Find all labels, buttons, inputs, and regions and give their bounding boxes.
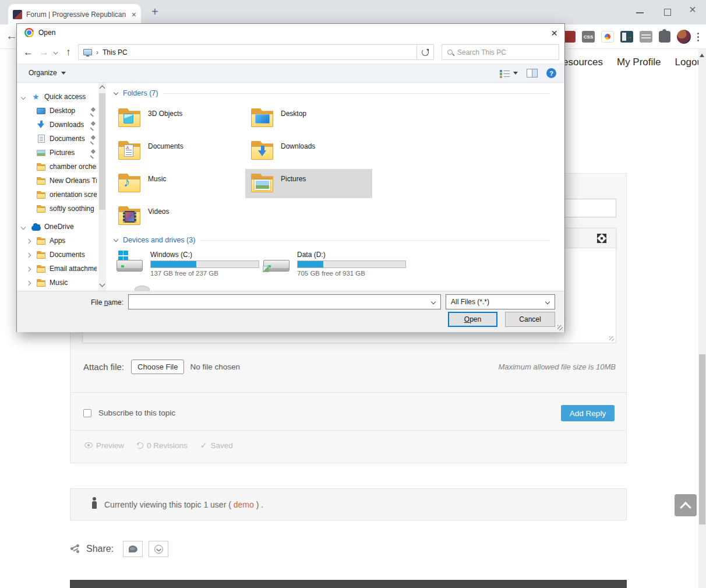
scrollbar-up-icon[interactable]: [100, 86, 105, 91]
dialog-up-icon[interactable]: ↑: [66, 47, 71, 58]
search-input[interactable]: [457, 48, 545, 57]
organize-button[interactable]: Organize: [29, 69, 66, 77]
sidebar-item-chamber-orchestra[interactable]: chamber orches: [17, 160, 98, 174]
sidebar-scrollbar-thumb[interactable]: [99, 93, 105, 210]
dialog-back-icon[interactable]: ←: [23, 47, 33, 58]
views-button[interactable]: [500, 69, 518, 78]
window-minimize-icon[interactable]: [636, 12, 644, 13]
share-whatsapp-button[interactable]: [149, 541, 168, 557]
window-close-icon[interactable]: ×: [689, 3, 696, 16]
open-button[interactable]: Open: [448, 312, 497, 327]
sidebar-item-new-orleans-trip[interactable]: New Orleans Trip: [17, 174, 98, 188]
cancel-button[interactable]: Cancel: [505, 312, 555, 327]
page-scrollbar-thumb[interactable]: [699, 354, 705, 524]
sidebar-item-documents[interactable]: Documents: [17, 132, 98, 146]
recent-locations-chevron-icon[interactable]: [54, 50, 58, 55]
sidebar-item-downloads[interactable]: Downloads: [17, 118, 98, 132]
file-name-combo[interactable]: [128, 294, 441, 309]
drive-tile-data-d[interactable]: Data (D:) 705 GB free of 931 GB: [263, 251, 397, 277]
nav-resources-link[interactable]: esources: [563, 57, 603, 68]
sidebar-item-orientation-screen[interactable]: orientation scree: [17, 188, 98, 202]
dialog-resize-grip[interactable]: [557, 325, 563, 330]
sidebar-item-pictures[interactable]: Pictures: [17, 146, 98, 160]
drive-tile-windows-c[interactable]: Windows (C:) 137 GB free of 237 GB: [116, 251, 250, 277]
preview-button[interactable]: Preview: [84, 441, 124, 450]
folder-tile-documents[interactable]: Documents: [112, 136, 239, 166]
extension-door-icon[interactable]: [620, 31, 633, 43]
monitor-icon: [37, 108, 45, 114]
sidebar-item-onedrive[interactable]: OneDrive: [17, 220, 98, 234]
preview-pane-icon[interactable]: [527, 69, 538, 78]
chevron-down-icon[interactable]: [21, 95, 26, 100]
chevron-right-icon[interactable]: [26, 253, 31, 258]
picture-icon: [37, 150, 45, 156]
new-tab-button[interactable]: +: [151, 5, 158, 19]
chevron-down-icon[interactable]: [21, 225, 26, 230]
share-row: Share:: [70, 541, 168, 557]
file-name-input[interactable]: [129, 295, 432, 309]
add-reply-button[interactable]: Add Reply: [561, 405, 615, 421]
drive-usage-bar: [150, 260, 259, 268]
breadcrumb-bar[interactable]: › This PC: [78, 44, 426, 60]
dialog-toolbar: Organize ?: [17, 64, 564, 83]
chevron-right-icon[interactable]: [26, 267, 31, 272]
dialog-close-icon[interactable]: ×: [551, 27, 557, 40]
extensions-puzzle-icon[interactable]: [659, 31, 670, 43]
browser-tab[interactable]: Forum | Progressive Republican F ×: [8, 4, 141, 24]
editor-fullscreen-icon[interactable]: [597, 234, 606, 243]
chevron-right-icon[interactable]: [26, 281, 31, 286]
sidebar-item-softly-soothing[interactable]: softly soothing: [17, 202, 98, 216]
folder-tile-desktop[interactable]: Desktop: [245, 104, 372, 133]
extension-lighthouse-icon[interactable]: [601, 31, 614, 43]
viewing-user-link[interactable]: demo: [234, 500, 254, 509]
window-maximize-icon[interactable]: [664, 9, 671, 16]
extension-ruler-icon[interactable]: [640, 31, 652, 43]
sidebar-item-quick-access[interactable]: ★ Quick access: [17, 90, 98, 104]
help-icon[interactable]: ?: [546, 68, 556, 78]
folder-tile-3d-objects[interactable]: 3D Objects: [112, 104, 239, 133]
search-box[interactable]: [442, 44, 559, 60]
folder-tile-downloads[interactable]: Downloads: [245, 136, 372, 166]
document-glyph: [124, 145, 133, 157]
refresh-button[interactable]: [416, 44, 434, 60]
pin-icon: [90, 107, 97, 114]
search-icon: [447, 50, 453, 55]
dialog-forward-icon[interactable]: →: [39, 47, 49, 58]
download-arrow-glyph: [258, 146, 267, 157]
combo-dropdown-icon[interactable]: [431, 300, 436, 304]
browser-menu-icon[interactable]: [697, 33, 699, 34]
tab-close-icon[interactable]: ×: [132, 10, 136, 19]
editor-resize-grip[interactable]: [609, 336, 614, 341]
sidebar-item-music-onedrive[interactable]: Music: [17, 276, 98, 290]
scrollbar-down-icon[interactable]: [100, 281, 105, 287]
sidebar-item-documents-onedrive[interactable]: Documents: [17, 248, 98, 262]
breadcrumb-separator: ›: [96, 48, 98, 57]
devices-group-header[interactable]: Devices and drives (3): [114, 236, 549, 244]
folder-tile-pictures[interactable]: Pictures: [245, 169, 372, 198]
sidebar-item-apps[interactable]: Apps: [17, 234, 98, 248]
dialog-titlebar[interactable]: Open ×: [17, 24, 564, 41]
film-glyph: [123, 211, 136, 223]
folders-group-header[interactable]: Folders (7): [114, 89, 549, 97]
profile-avatar[interactable]: [677, 30, 691, 44]
folder-icon: [37, 237, 45, 245]
drive-tile-partial[interactable]: [135, 286, 150, 291]
share-twitter-button[interactable]: [123, 541, 143, 557]
subscribe-checkbox[interactable]: [83, 409, 91, 417]
scroll-to-top-button[interactable]: [675, 494, 697, 516]
sidebar-item-email-attachments[interactable]: Email attachmen: [17, 262, 98, 276]
browser-back-icon[interactable]: ←: [6, 29, 17, 43]
sidebar-scrollbar-track[interactable]: [98, 83, 106, 291]
revisions-button[interactable]: 0 Revisions: [137, 441, 188, 450]
folder-tile-videos[interactable]: Videos: [112, 202, 239, 231]
page-scrollbar-up-icon[interactable]: [700, 54, 704, 57]
chevron-right-icon[interactable]: [26, 239, 31, 244]
file-type-select[interactable]: All Files (*.*): [446, 294, 555, 309]
choose-file-button[interactable]: Choose File: [131, 360, 184, 374]
attach-file-label: Attach file:: [83, 362, 124, 372]
sidebar-item-desktop[interactable]: Desktop: [17, 104, 98, 118]
breadcrumb-this-pc[interactable]: This PC: [103, 48, 128, 57]
folder-tile-music[interactable]: ♪ Music: [112, 169, 239, 198]
nav-my-profile-link[interactable]: My Profile: [617, 57, 661, 68]
extension-css-icon[interactable]: CSS: [582, 31, 595, 43]
